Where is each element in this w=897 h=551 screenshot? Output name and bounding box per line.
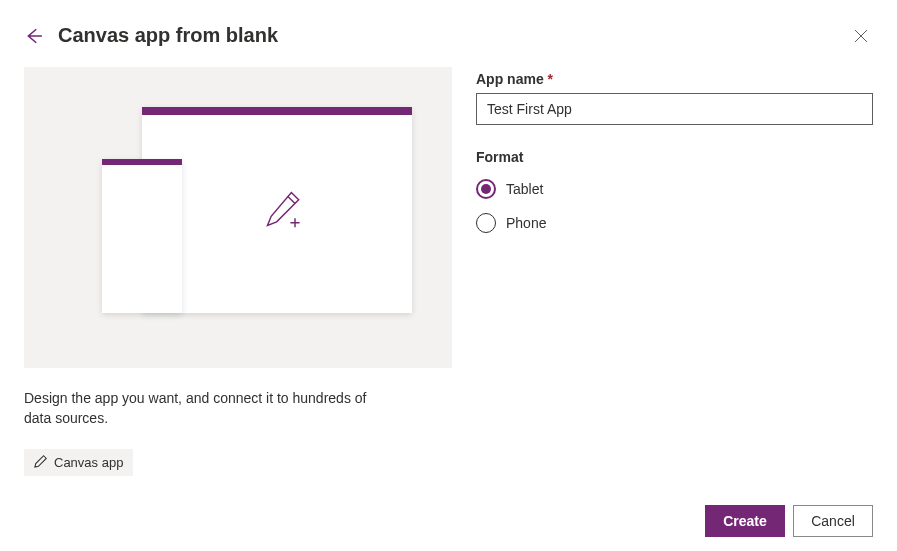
tag-label: Canvas app [54,455,123,470]
radio-label-phone: Phone [506,215,546,231]
app-name-label-text: App name [476,71,544,87]
radio-option-phone[interactable]: Phone [476,213,873,233]
cancel-button[interactable]: Cancel [793,505,873,537]
left-panel: Design the app you want, and connect it … [24,67,452,476]
radio-option-tablet[interactable]: Tablet [476,179,873,199]
dialog-content: Design the app you want, and connect it … [0,59,897,476]
tablet-preview-bar [142,107,412,115]
canvas-app-tag: Canvas app [24,449,133,476]
dialog-header: Canvas app from blank [0,0,897,59]
description-text: Design the app you want, and connect it … [24,388,384,429]
required-indicator: * [548,71,553,87]
right-panel: App name * Format Tablet Phone [476,67,873,476]
app-name-input[interactable] [476,93,873,125]
phone-preview-bar [102,159,182,165]
format-label: Format [476,149,873,165]
radio-circle-tablet [476,179,496,199]
dialog-footer: Create Cancel [705,505,873,537]
app-name-label: App name * [476,71,873,87]
page-title: Canvas app from blank [58,24,278,47]
radio-label-tablet: Tablet [506,181,543,197]
close-icon[interactable] [849,24,873,48]
radio-dot [481,184,491,194]
create-button[interactable]: Create [705,505,785,537]
back-arrow-icon[interactable] [24,26,44,46]
pencil-icon [34,454,48,471]
radio-circle-phone [476,213,496,233]
phone-preview [102,159,182,313]
pencil-plus-icon [262,187,306,231]
format-section: Format Tablet Phone [476,149,873,233]
preview-illustration [24,67,452,368]
